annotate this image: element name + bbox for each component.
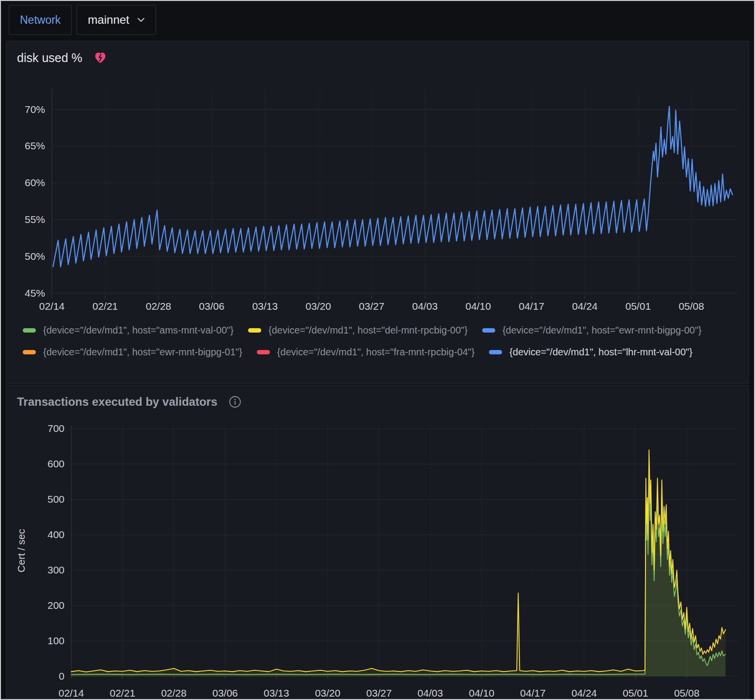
y-tick-label: 500 (47, 493, 64, 505)
grafana-dashboard: Network mainnet disk used % 02/1402/2102… (0, 0, 755, 700)
x-tick-label: 02/14 (59, 687, 84, 699)
legend-item[interactable]: {device="/dev/md1", host="del-mnt-rpcbig… (248, 319, 468, 341)
x-tick-label: 04/10 (469, 687, 495, 699)
x-tick-label: 03/20 (315, 687, 341, 699)
x-tick-label: 04/03 (412, 301, 438, 312)
x-tick-label: 03/27 (359, 301, 385, 312)
x-tick-label: 03/27 (366, 687, 392, 699)
x-tick-label: 04/24 (572, 301, 598, 312)
series-line (53, 106, 732, 267)
info-circle-icon[interactable] (228, 395, 242, 409)
x-tick-label: 05/08 (674, 687, 700, 699)
legend-series-label: {device="/dev/md1", host="fra-mnt-rpcbig… (277, 347, 475, 358)
x-tick-label: 02/21 (110, 687, 136, 699)
panel-transactions-header: Transactions executed by validators (6, 385, 749, 412)
legend-series-swatch (482, 328, 495, 333)
y-tick-label: 55% (25, 214, 45, 225)
legend-item[interactable]: {device="/dev/md1", host="fra-mnt-rpcbig… (257, 341, 475, 363)
network-variable-label[interactable]: Network (9, 5, 72, 35)
panel-transactions: Transactions executed by validators 02/1… (6, 385, 749, 700)
legend-series-swatch (248, 328, 261, 333)
series-area-fill (71, 450, 725, 676)
panel-disk-used-header: disk used % (6, 41, 749, 67)
x-tick-label: 02/14 (39, 301, 65, 312)
disk-used-legend: {device="/dev/md1", host="ams-mnt-val-00… (6, 319, 749, 363)
series-area-fill (71, 469, 725, 676)
panel-disk-used: disk used % 02/1402/2102/2803/0603/1303/… (6, 41, 749, 384)
x-tick-label: 05/01 (623, 687, 648, 699)
y-tick-label: 65% (25, 140, 45, 151)
y-tick-label: 0 (59, 670, 64, 682)
x-tick-label: 03/20 (306, 301, 331, 312)
legend-series-swatch (23, 350, 36, 354)
heart-break-icon (93, 50, 108, 65)
y-tick-label: 700 (47, 423, 64, 434)
legend-series-swatch (489, 350, 502, 354)
legend-item[interactable]: {device="/dev/md1", host="ams-mnt-val-00… (23, 319, 234, 341)
legend-series-swatch (257, 350, 270, 354)
y-tick-label: 70% (25, 104, 45, 115)
y-tick-label: 60% (25, 177, 45, 188)
x-tick-label: 03/13 (252, 301, 278, 312)
x-tick-label: 05/08 (678, 301, 704, 312)
legend-series-swatch (23, 328, 36, 333)
y-tick-label: 100 (47, 635, 64, 646)
x-tick-label: 04/17 (520, 687, 546, 699)
legend-series-label: {device="/dev/md1", host="ewr-mnt-bigpg-… (503, 325, 702, 336)
x-tick-label: 04/24 (571, 687, 597, 699)
x-tick-label: 04/10 (466, 301, 491, 312)
legend-item[interactable]: {device="/dev/md1", host="ewr-mnt-bigpg-… (482, 319, 702, 341)
y-tick-label: 300 (47, 564, 64, 575)
series-line (71, 450, 725, 672)
panel-disk-used-title[interactable]: disk used % (17, 51, 82, 65)
dashboard-variables-bar: Network mainnet (1, 1, 754, 39)
x-tick-label: 03/06 (212, 687, 238, 699)
legend-series-label: {device="/dev/md1", host="ewr-mnt-bigpg-… (43, 347, 242, 358)
y-tick-label: 200 (47, 600, 64, 611)
network-selected-value: mainnet (88, 13, 129, 27)
legend-item[interactable]: {device="/dev/md1", host="ewr-mnt-bigpg-… (23, 341, 242, 363)
x-tick-label: 02/28 (146, 301, 172, 312)
legend-item[interactable]: {device="/dev/md1", host="lhr-mnt-val-00… (489, 341, 692, 363)
panel-transactions-title[interactable]: Transactions executed by validators (17, 395, 218, 409)
y-tick-label: 50% (25, 251, 45, 262)
x-tick-label: 02/21 (93, 301, 118, 312)
transactions-chart[interactable]: 02/1402/2102/2803/0603/1303/2003/2704/03… (7, 417, 748, 700)
x-tick-label: 02/28 (161, 687, 187, 699)
network-variable-select[interactable]: mainnet (77, 5, 156, 35)
x-tick-label: 05/01 (626, 301, 651, 312)
x-tick-label: 03/06 (199, 301, 225, 312)
disk-used-chart[interactable]: 02/1402/2102/2803/0603/1303/2003/2704/03… (7, 82, 748, 318)
legend-series-label: {device="/dev/md1", host="ams-mnt-val-00… (43, 325, 234, 336)
x-tick-label: 04/17 (519, 301, 545, 312)
legend-series-label: {device="/dev/md1", host="lhr-mnt-val-00… (509, 347, 692, 358)
legend-series-label: {device="/dev/md1", host="del-mnt-rpcbig… (268, 325, 468, 336)
y-tick-label: 45% (25, 287, 45, 299)
x-tick-label: 04/03 (418, 687, 443, 699)
y-tick-label: 400 (47, 529, 64, 540)
x-tick-label: 03/13 (264, 687, 289, 699)
y-axis-title: Cert / sec (16, 529, 27, 573)
series-line (71, 469, 725, 674)
network-label-text: Network (20, 14, 61, 27)
y-tick-label: 600 (47, 458, 64, 469)
chevron-down-icon (137, 17, 145, 22)
